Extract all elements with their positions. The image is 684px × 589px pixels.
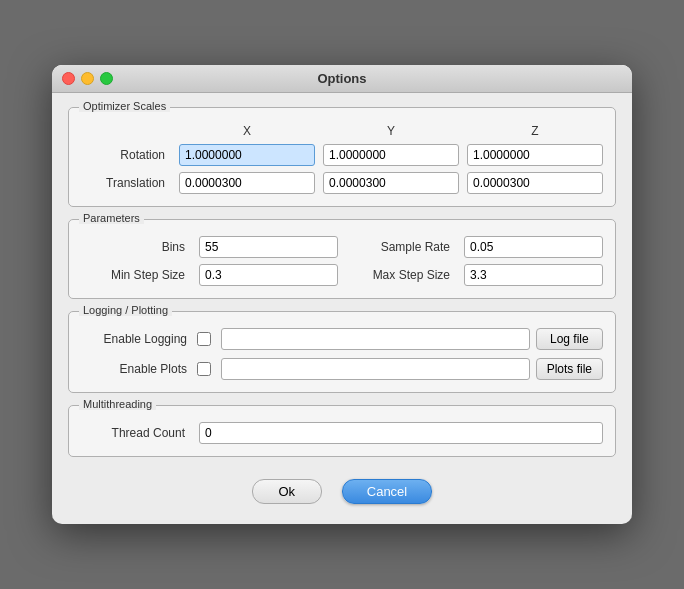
plots-file-button[interactable]: Plots file [536, 358, 603, 380]
title-bar: Options [52, 65, 632, 93]
log-path-input[interactable] [221, 328, 530, 350]
multithreading-label: Multithreading [79, 398, 156, 410]
optimizer-scales-section: Optimizer Scales X Y Z Rotation Translat… [68, 107, 616, 207]
thread-count-label: Thread Count [81, 426, 191, 440]
enable-plots-label: Enable Plots [81, 362, 191, 376]
col-x-header: X [179, 124, 315, 138]
translation-label: Translation [81, 176, 171, 190]
ok-button[interactable]: Ok [252, 479, 322, 504]
translation-x-input[interactable] [179, 172, 315, 194]
enable-logging-label: Enable Logging [81, 332, 191, 346]
params-grid: Bins Sample Rate Min Step Size Max Step … [81, 236, 603, 286]
parameters-section: Parameters Bins Sample Rate Min Step Siz… [68, 219, 616, 299]
traffic-lights [62, 72, 113, 85]
col-z-header: Z [467, 124, 603, 138]
rotation-z-input[interactable] [467, 144, 603, 166]
col-y-header: Y [323, 124, 459, 138]
log-file-button[interactable]: Log file [536, 328, 603, 350]
rotation-y-input[interactable] [323, 144, 459, 166]
mt-grid: Thread Count [81, 422, 603, 444]
window-body: Optimizer Scales X Y Z Rotation Translat… [52, 93, 632, 524]
min-step-label: Min Step Size [81, 268, 191, 282]
sample-rate-input[interactable] [464, 236, 603, 258]
maximize-button[interactable] [100, 72, 113, 85]
close-button[interactable] [62, 72, 75, 85]
buttons-row: Ok Cancel [68, 469, 616, 508]
rotation-x-input[interactable] [179, 144, 315, 166]
max-step-label: Max Step Size [346, 268, 456, 282]
window-title: Options [317, 71, 366, 86]
logging-grid: Enable Logging Log file Enable Plots Plo… [81, 328, 603, 380]
sample-rate-label: Sample Rate [346, 240, 456, 254]
logging-section: Logging / Plotting Enable Logging Log fi… [68, 311, 616, 393]
rotation-label: Rotation [81, 148, 171, 162]
multithreading-section: Multithreading Thread Count [68, 405, 616, 457]
optimizer-grid: X Y Z Rotation Translation [81, 124, 603, 194]
max-step-input[interactable] [464, 264, 603, 286]
parameters-label: Parameters [79, 212, 144, 224]
enable-logging-checkbox[interactable] [197, 332, 211, 346]
enable-plots-checkbox[interactable] [197, 362, 211, 376]
min-step-input[interactable] [199, 264, 338, 286]
logging-label: Logging / Plotting [79, 304, 172, 316]
plots-path-input[interactable] [221, 358, 530, 380]
optimizer-scales-label: Optimizer Scales [79, 100, 170, 112]
cancel-button[interactable]: Cancel [342, 479, 432, 504]
options-dialog: Options Optimizer Scales X Y Z Rotation [52, 65, 632, 524]
minimize-button[interactable] [81, 72, 94, 85]
translation-z-input[interactable] [467, 172, 603, 194]
thread-count-input[interactable] [199, 422, 603, 444]
translation-y-input[interactable] [323, 172, 459, 194]
bins-label: Bins [81, 240, 191, 254]
bins-input[interactable] [199, 236, 338, 258]
